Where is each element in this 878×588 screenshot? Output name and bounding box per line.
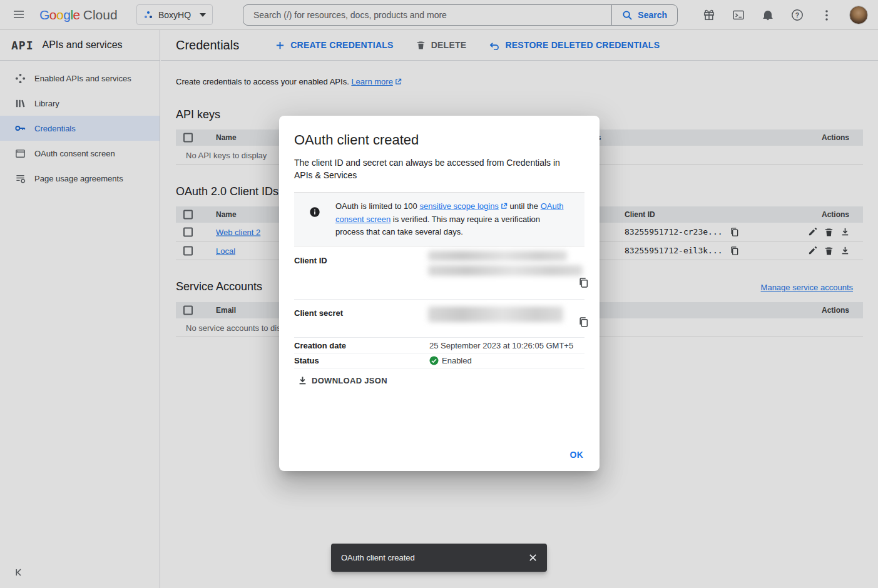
creation-date-value: 25 September 2023 at 10:26:05 GMT+5 (429, 341, 584, 350)
client-id-label: Client ID (294, 246, 429, 299)
external-link-icon (501, 201, 508, 213)
ok-button[interactable]: OK (570, 450, 584, 460)
snackbar-message: OAuth client created (341, 553, 526, 562)
redacted-value (428, 307, 563, 322)
download-icon (298, 376, 307, 385)
download-json-button[interactable]: DOWNLOAD JSON (298, 376, 387, 385)
info-link-1-label: sensitive scope logins (419, 201, 498, 211)
client-secret-label: Client secret (294, 300, 429, 337)
status-row: Status Enabled (294, 353, 584, 368)
dialog-title: OAuth client created (294, 132, 584, 148)
client-secret-value-redacted (429, 300, 584, 337)
info-text: OAuth is limited to 100 sensitive scope … (335, 200, 569, 238)
sensitive-scope-logins-link[interactable]: sensitive scope logins (419, 201, 507, 211)
info-icon (309, 206, 320, 238)
oauth-client-created-dialog: OAuth client created The client ID and s… (279, 116, 600, 471)
status-value: Enabled (429, 356, 584, 365)
copy-icon[interactable] (577, 276, 590, 289)
client-id-row: Client ID (294, 246, 584, 300)
creation-date-label: Creation date (294, 341, 429, 350)
snackbar: OAuth client created (331, 544, 547, 572)
info-text-pre: OAuth is limited to 100 (335, 201, 419, 211)
info-text-mid: until the (508, 201, 541, 211)
info-banner: OAuth is limited to 100 sensitive scope … (294, 192, 584, 246)
redacted-value (428, 251, 567, 261)
redacted-value (428, 265, 583, 276)
status-label: Status (294, 356, 429, 365)
app-root: Google Cloud BoxyHQ Search (0, 0, 878, 588)
creation-date-row: Creation date 25 September 2023 at 10:26… (294, 338, 584, 353)
status-text: Enabled (442, 356, 472, 365)
client-id-value-redacted (429, 246, 584, 299)
copy-icon[interactable] (577, 316, 590, 328)
dialog-subtitle: The client ID and secret can always be a… (294, 156, 573, 181)
close-icon[interactable] (526, 552, 539, 564)
client-secret-row: Client secret (294, 300, 584, 338)
download-json-label: DOWNLOAD JSON (312, 376, 387, 385)
check-circle-icon (429, 356, 439, 365)
